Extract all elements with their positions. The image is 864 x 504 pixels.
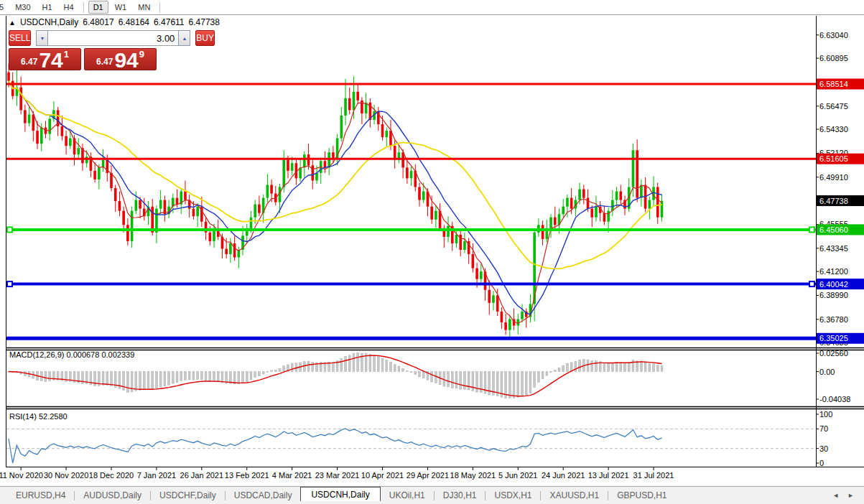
macd-histogram bbox=[8, 353, 663, 398]
svg-text:29 Apr 2021: 29 Apr 2021 bbox=[407, 471, 449, 480]
svg-text:31 Jul 2021: 31 Jul 2021 bbox=[633, 471, 674, 480]
price-axis: 6.630406.608956.564756.543306.521206.499… bbox=[816, 31, 848, 347]
high-value: 6.48164 bbox=[119, 17, 149, 27]
svg-text:6.54330: 6.54330 bbox=[819, 125, 848, 134]
svg-text:6.56475: 6.56475 bbox=[819, 102, 848, 111]
rsi-panel-content bbox=[6, 429, 816, 448]
tab-usdcnh-daily[interactable]: USDCNH,Daily bbox=[300, 487, 380, 501]
price-badge-support-blue-1[interactable]: 6.40042 bbox=[817, 279, 864, 289]
close-value: 6.47738 bbox=[189, 17, 220, 27]
svg-text:4 Mar 2021: 4 Mar 2021 bbox=[272, 471, 312, 480]
hline-6.40042[interactable] bbox=[6, 281, 816, 286]
macd-indicator-label: MACD(12,26,9) 0.000678 0.002339 bbox=[9, 350, 134, 359]
timeframe-toolbar: 5M30H1H4D1W1MN bbox=[0, 0, 864, 15]
chart-title: ▲USDCNH,Daily6.480176.481646.476116.4773… bbox=[9, 17, 220, 27]
ma-mid-line bbox=[9, 81, 662, 314]
tab-scroll-left-icon[interactable]: ◄ bbox=[828, 492, 843, 499]
svg-text:10 Apr 2021: 10 Apr 2021 bbox=[361, 471, 404, 480]
svg-text:6.38990: 6.38990 bbox=[819, 291, 848, 299]
collapse-panel-icon[interactable]: ▲ bbox=[9, 19, 16, 27]
ma-slow-line bbox=[9, 81, 662, 269]
svg-text:18 Dec 2020: 18 Dec 2020 bbox=[89, 471, 134, 480]
candlestick-series bbox=[7, 64, 663, 340]
price-badge-support-blue-2[interactable]: 6.35025 bbox=[817, 333, 864, 344]
rsi-axis: 10070300 bbox=[816, 410, 832, 467]
tab-xauusd-h1[interactable]: XAUUSD,H1 bbox=[541, 487, 608, 504]
buy-button[interactable]: BUY bbox=[195, 30, 215, 46]
svg-text:6.49910: 6.49910 bbox=[819, 173, 848, 182]
price-badge-resistance-2[interactable]: 6.51605 bbox=[817, 154, 864, 164]
svg-text:26 Jan 2021: 26 Jan 2021 bbox=[180, 471, 224, 480]
svg-text:6.36780: 6.36780 bbox=[819, 315, 848, 324]
date-axis: 11 Nov 202030 Nov 202018 Dec 20207 Jan 2… bbox=[0, 467, 674, 480]
symbol-period-label: USDCNH,Daily bbox=[20, 17, 78, 27]
price-badge-resistance-1[interactable]: 6.58514 bbox=[817, 79, 864, 90]
svg-text:6.47738: 6.47738 bbox=[819, 197, 848, 205]
toolbar-separator bbox=[83, 2, 84, 13]
svg-text:13 Feb 2021: 13 Feb 2021 bbox=[225, 471, 269, 480]
timeframe-button-m30[interactable]: M30 bbox=[10, 1, 35, 14]
tab-usdcad-daily[interactable]: USDCAD,Daily bbox=[226, 487, 301, 504]
tab-dj30-h1[interactable]: DJ30,H1 bbox=[435, 487, 486, 504]
svg-text:6.51605: 6.51605 bbox=[819, 154, 848, 163]
buy-price-sup: 9 bbox=[139, 49, 144, 60]
svg-text:13 Jul 2021: 13 Jul 2021 bbox=[588, 471, 629, 480]
svg-text:30 Nov 2020: 30 Nov 2020 bbox=[44, 471, 88, 480]
svg-text:6.35025: 6.35025 bbox=[819, 334, 848, 342]
rsi-indicator-label: RSI(14) 52.2580 bbox=[9, 412, 68, 421]
svg-text:0.00: 0.00 bbox=[819, 368, 835, 376]
svg-text:6.63040: 6.63040 bbox=[819, 31, 848, 39]
svg-text:7 Jan 2021: 7 Jan 2021 bbox=[137, 471, 176, 480]
tab-usdx-h1[interactable]: USDX,H1 bbox=[486, 487, 540, 504]
svg-text:11 Nov 2020: 11 Nov 2020 bbox=[0, 471, 43, 480]
svg-text:24 Jun 2021: 24 Jun 2021 bbox=[542, 471, 585, 480]
svg-text:18 May 2021: 18 May 2021 bbox=[450, 471, 496, 480]
svg-text:6.58514: 6.58514 bbox=[819, 80, 848, 88]
svg-text:30: 30 bbox=[819, 444, 828, 453]
sell-price-big: 74 bbox=[39, 50, 62, 70]
svg-text:0: 0 bbox=[819, 459, 824, 467]
low-value: 6.47611 bbox=[154, 17, 185, 27]
tab-scroll-right-icon[interactable]: ► bbox=[843, 492, 858, 499]
one-click-trading-panel: SELL ▼ ▲ BUY 6.47 74 1 6.47 94 9 bbox=[9, 30, 157, 70]
svg-text:23 Mar 2021: 23 Mar 2021 bbox=[315, 471, 360, 480]
price-badge-support-green[interactable]: 6.45060 bbox=[817, 224, 864, 235]
timeframe-button-w1[interactable]: W1 bbox=[110, 1, 132, 14]
tab-scroll-controls: ◄► bbox=[828, 487, 864, 504]
svg-text:5 Jun 2021: 5 Jun 2021 bbox=[498, 471, 537, 480]
sell-price-tile[interactable]: 6.47 74 1 bbox=[9, 48, 81, 70]
tab-usdchf-daily[interactable]: USDCHF,Daily bbox=[151, 487, 225, 504]
chart-tabbar: EURUSD,H4AUDUSD,DailyUSDCHF,DailyUSDCAD,… bbox=[0, 486, 864, 504]
buy-price-big: 94 bbox=[114, 50, 138, 70]
volume-stepper: ▼ ▲ bbox=[36, 30, 190, 46]
macd-axis: 0.025600.00-0.04038 bbox=[816, 349, 850, 403]
svg-text:6.40042: 6.40042 bbox=[819, 280, 848, 289]
open-value: 6.48017 bbox=[83, 17, 113, 27]
tab-audusd-daily[interactable]: AUDUSD,Daily bbox=[75, 487, 150, 504]
chart-canvas: 6.630406.608956.564756.543306.521206.499… bbox=[0, 0, 864, 504]
volume-decrease-icon[interactable]: ▼ bbox=[36, 30, 48, 46]
svg-text:6.41200: 6.41200 bbox=[819, 267, 848, 276]
timeframe-button-d1[interactable]: D1 bbox=[88, 1, 108, 14]
tab-ukoil-h1[interactable]: UKOil,H1 bbox=[381, 487, 434, 504]
rsi-line bbox=[9, 429, 662, 463]
volume-input[interactable] bbox=[48, 30, 178, 46]
timeframe-button-5[interactable]: 5 bbox=[0, 1, 9, 14]
timeframe-button-mn[interactable]: MN bbox=[133, 1, 155, 14]
sell-button[interactable]: SELL bbox=[9, 30, 31, 46]
tab-eurusd-h4[interactable]: EURUSD,H4 bbox=[7, 487, 74, 504]
buy-price-tile[interactable]: 6.47 94 9 bbox=[84, 48, 157, 70]
svg-text:0.02560: 0.02560 bbox=[819, 349, 848, 358]
sell-price-prefix: 6.47 bbox=[21, 57, 37, 67]
volume-increase-icon[interactable]: ▲ bbox=[178, 30, 190, 46]
ma-fast-line bbox=[9, 81, 662, 324]
toolbar-separator bbox=[159, 2, 160, 13]
timeframe-button-h4[interactable]: H4 bbox=[59, 1, 79, 14]
timeframe-button-h1[interactable]: H1 bbox=[37, 1, 57, 14]
svg-text:70: 70 bbox=[819, 424, 828, 433]
sell-price-sup: 1 bbox=[64, 49, 69, 60]
price-badge-current-price: 6.47738 bbox=[817, 195, 864, 206]
svg-text:6.60895: 6.60895 bbox=[819, 54, 848, 62]
buy-price-prefix: 6.47 bbox=[96, 57, 113, 67]
tab-gbpusd-h1[interactable]: GBPUSD,H1 bbox=[608, 487, 675, 504]
